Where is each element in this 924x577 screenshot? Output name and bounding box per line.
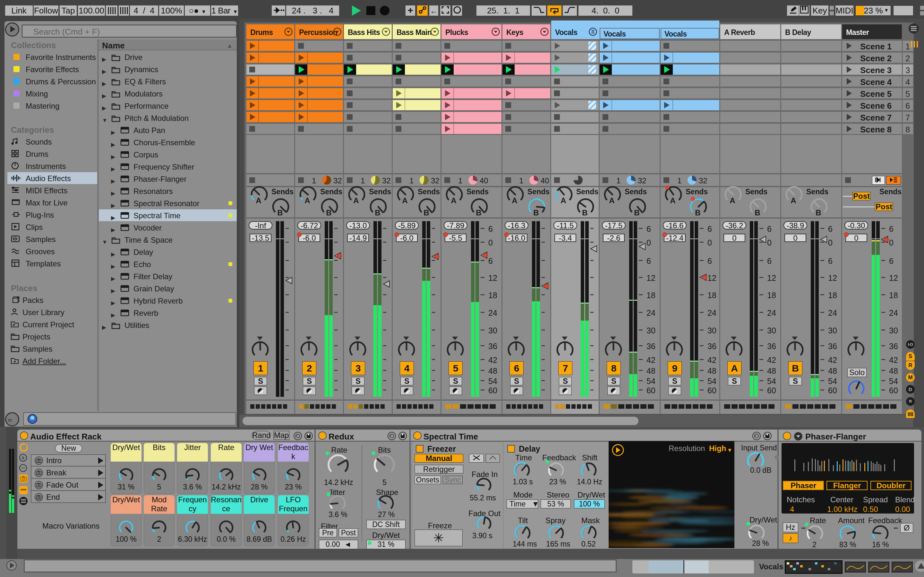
- svg-text:A: A: [730, 196, 735, 204]
- svg-text:B: B: [582, 208, 588, 216]
- svg-text:B: B: [754, 208, 760, 216]
- svg-text:A: A: [512, 196, 517, 204]
- svg-text:A: A: [304, 196, 310, 204]
- svg-text:B: B: [423, 208, 429, 216]
- svg-text:A: A: [402, 196, 407, 204]
- svg-text:A: A: [353, 196, 359, 204]
- svg-text:B: B: [476, 208, 481, 216]
- svg-text:B: B: [634, 208, 640, 216]
- svg-text:B: B: [533, 208, 539, 216]
- svg-text:B: B: [326, 208, 331, 216]
- svg-text:A: A: [256, 196, 261, 204]
- svg-text:A: A: [609, 196, 614, 204]
- svg-text:B: B: [277, 208, 283, 216]
- svg-text:B: B: [816, 208, 821, 216]
- svg-text:A: A: [561, 196, 566, 204]
- svg-text:A: A: [670, 196, 675, 204]
- svg-text:A: A: [790, 196, 796, 204]
- svg-text:A: A: [451, 196, 456, 204]
- svg-text:B: B: [695, 208, 700, 216]
- svg-text:B: B: [375, 208, 380, 216]
